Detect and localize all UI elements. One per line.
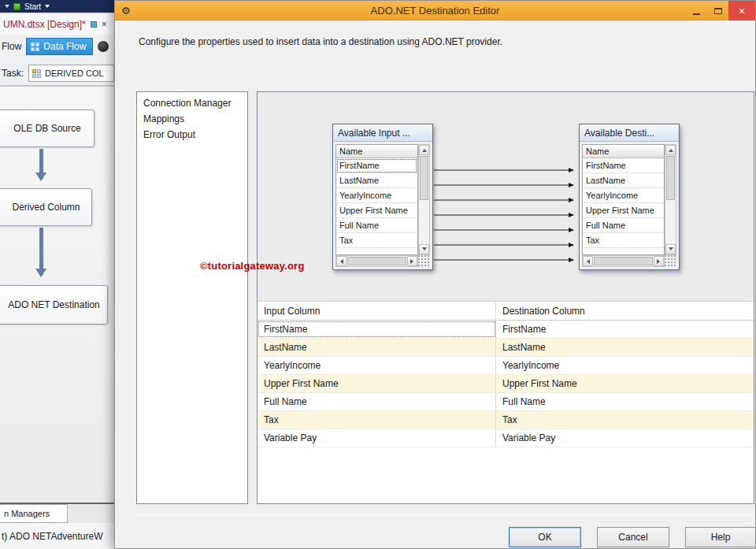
ok-button[interactable]: OK — [509, 527, 581, 547]
vertical-scrollbar[interactable] — [665, 144, 676, 255]
column-list-header: Name — [583, 145, 664, 158]
destination-column-row[interactable]: FirstName — [583, 158, 664, 173]
node-label: ADO NET Destination — [8, 299, 100, 310]
input-column-row[interactable]: Tax — [336, 233, 417, 248]
horizontal-scrollbar[interactable] — [335, 255, 418, 267]
table-row[interactable]: FirstName FirstName — [258, 321, 754, 339]
minimize-icon — [693, 13, 700, 15]
mapping-table: Input Column Destination Column FirstNam… — [258, 302, 754, 447]
destination-column-row[interactable]: Tax — [583, 233, 664, 248]
destination-column-cell[interactable]: FirstName — [496, 321, 754, 338]
scrollbar-thumb[interactable] — [666, 156, 675, 200]
destination-column-list: Name FirstName LastName YearlyIncome Upp… — [582, 144, 665, 255]
annotation-icon[interactable] — [98, 41, 109, 52]
data-flow-design-surface: OLE DB Source Derived Column ADO NET Des… — [0, 85, 114, 503]
input-column-row[interactable]: LastName — [336, 173, 417, 188]
available-destination-columns-box[interactable]: Available Desti... Name FirstName LastNa… — [579, 124, 680, 270]
horizontal-scrollbar[interactable] — [582, 255, 665, 267]
destination-column-row[interactable]: LastName — [583, 173, 664, 188]
destination-column-cell[interactable]: LastName — [496, 339, 754, 356]
input-column-cell[interactable]: YearlyIncome — [258, 357, 496, 374]
dialog-title: ADO.NET Destination Editor — [115, 1, 755, 20]
scroll-left-icon[interactable] — [583, 256, 593, 266]
connection-managers-pane: t) ADO NETAdventureW — [0, 523, 114, 549]
dialog-description: Configure the properties used to insert … — [139, 36, 502, 47]
resize-grip-icon[interactable] — [418, 255, 430, 267]
input-column-row[interactable]: Upper First Name — [336, 203, 417, 218]
document-tab[interactable]: UMN.dtsx [Design]* × — [0, 14, 114, 35]
scrollbar-thumb[interactable] — [594, 257, 653, 265]
task-label: Task: — [2, 68, 24, 79]
node-ole-db-source[interactable]: OLE DB Source — [0, 109, 94, 147]
input-column-row[interactable]: FirstName — [336, 158, 417, 173]
data-flow-button[interactable]: Data Flow — [26, 38, 93, 55]
resize-grip-icon[interactable] — [665, 255, 676, 267]
nav-item-mappings[interactable]: Mappings — [137, 111, 247, 127]
input-column-cell[interactable]: Full Name — [258, 393, 496, 410]
destination-column-cell[interactable]: Upper First Name — [496, 375, 754, 392]
window-controls: × — [686, 1, 755, 20]
mappings-panel: Available Input ... Name FirstName LastN… — [257, 91, 754, 504]
scrollbar-thumb[interactable] — [420, 156, 428, 200]
scroll-right-icon[interactable] — [407, 256, 417, 266]
nav-item-error-output[interactable]: Error Output — [137, 127, 247, 143]
input-column-row[interactable]: Full Name — [336, 218, 417, 233]
destination-column-row[interactable]: YearlyIncome — [583, 188, 664, 203]
minimize-button[interactable] — [686, 1, 707, 20]
destination-column-row[interactable]: Upper First Name — [583, 203, 664, 218]
input-column-cell[interactable]: Variable Pay — [258, 429, 496, 447]
scroll-up-icon[interactable] — [419, 145, 429, 155]
close-tab-icon[interactable]: × — [102, 20, 107, 29]
destination-column-cell[interactable]: Full Name — [496, 393, 754, 410]
destination-box-body: Name FirstName LastName YearlyIncome Upp… — [580, 142, 679, 269]
flow-path-arrow[interactable] — [39, 228, 43, 275]
button-separator — [135, 514, 753, 515]
scroll-down-icon[interactable] — [419, 244, 429, 254]
tab-label: n Managers — [4, 509, 50, 518]
available-input-columns-box[interactable]: Available Input ... Name FirstName LastN… — [332, 124, 433, 270]
maximize-button[interactable] — [707, 1, 728, 20]
scroll-left-icon[interactable] — [336, 256, 346, 266]
node-ado-net-destination[interactable]: ADO NET Destination — [0, 285, 108, 325]
table-row[interactable]: Full Name Full Name — [258, 393, 754, 411]
scroll-up-icon[interactable] — [665, 145, 676, 155]
table-row[interactable]: YearlyIncome YearlyIncome — [258, 357, 754, 375]
close-button[interactable]: × — [728, 1, 755, 20]
destination-column-cell[interactable]: Variable Pay — [496, 429, 754, 447]
flow-path-arrow[interactable] — [39, 149, 43, 179]
data-flow-icon — [31, 43, 39, 51]
table-row[interactable]: LastName LastName — [258, 339, 754, 357]
vertical-scrollbar[interactable] — [418, 144, 430, 255]
dialog-title-bar[interactable]: ⚙ ADO.NET Destination Editor × — [115, 1, 755, 20]
start-dropdown-icon[interactable] — [45, 5, 50, 10]
input-column-cell[interactable]: LastName — [258, 339, 496, 356]
input-column-cell[interactable]: Upper First Name — [258, 375, 496, 392]
close-icon: × — [739, 5, 745, 17]
start-button[interactable]: Start — [24, 2, 41, 11]
flow-label: Flow — [2, 41, 21, 52]
table-row[interactable]: Tax Tax — [258, 411, 754, 429]
scrollbar-thumb[interactable] — [347, 257, 406, 265]
destination-column-cell[interactable]: YearlyIncome — [496, 357, 754, 374]
scroll-down-icon[interactable] — [665, 244, 676, 254]
input-column-cell[interactable]: Tax — [258, 411, 496, 428]
table-row[interactable]: Upper First Name Upper First Name — [258, 375, 754, 393]
tab-connection-managers[interactable]: n Managers — [0, 504, 68, 523]
pin-icon[interactable] — [91, 21, 97, 28]
start-debug-icon — [13, 3, 20, 10]
destination-column-cell[interactable]: Tax — [496, 411, 754, 428]
scroll-right-icon[interactable] — [654, 256, 664, 266]
connection-manager-item[interactable]: t) ADO NETAdventureW — [2, 531, 102, 542]
node-derived-column[interactable]: Derived Column — [0, 188, 92, 226]
input-column-row[interactable]: YearlyIncome — [336, 188, 417, 203]
destination-box-title: Available Desti... — [580, 124, 679, 142]
mapping-table-header: Input Column Destination Column — [258, 302, 754, 321]
help-button[interactable]: Help — [685, 527, 756, 547]
table-row[interactable]: Variable Pay Variable Pay — [258, 429, 754, 447]
input-column-cell[interactable]: FirstName — [258, 321, 496, 338]
destination-column-row[interactable]: Full Name — [583, 218, 664, 233]
task-toolbar-row: Task: DERIVED COL — [0, 63, 114, 83]
cancel-button[interactable]: Cancel — [597, 527, 669, 547]
nav-item-connection-manager[interactable]: Connection Manager — [137, 95, 247, 111]
task-selector[interactable]: DERIVED COL — [28, 65, 114, 82]
